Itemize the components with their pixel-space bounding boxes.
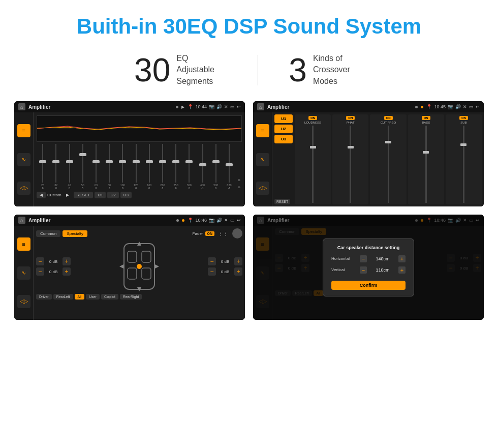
sub-name: SUB (460, 121, 466, 124)
screen3-vol-icon[interactable]: ◁▷ (17, 295, 30, 308)
cutfreq-slider-track[interactable] (388, 126, 389, 203)
loudness-channel: ON LOUDNESS (295, 114, 331, 204)
screens-grid: Amplifier ▶ 📍 10:44 📷🔊✕▭ ↩ ≡ ∿ ◁▷ (0, 101, 498, 334)
fader-plus-2[interactable]: + (63, 267, 71, 276)
u1-button[interactable]: U1 (95, 192, 106, 198)
screen2-title: Amplifier (267, 104, 412, 110)
horizontal-plus[interactable]: + (398, 255, 406, 262)
reset-btn-s2[interactable]: RESET (274, 199, 290, 204)
screen1-eq-main: 25 0 32 0 40 0 (34, 112, 245, 206)
eq-stat-block: 30 EQ Adjustable Segments (104, 53, 258, 87)
vertical-plus[interactable]: + (398, 266, 406, 274)
bass-toggle[interactable]: ON (422, 116, 430, 120)
bass-slider-track[interactable] (425, 126, 427, 203)
u3-button[interactable]: U3 (120, 192, 132, 198)
eq-col-14[interactable]: 500 0 (210, 144, 222, 190)
screen2: Amplifier 📍 10:45 📷🔊✕▭ ↩ ≡ ∿ ◁▷ U1 U2 U3 (253, 101, 484, 206)
fader-db-3: 0 dB (218, 259, 232, 264)
u1-preset[interactable]: U1 (274, 114, 293, 123)
eq-col-1[interactable]: 25 0 (37, 144, 49, 190)
fader-minus-3[interactable]: − (208, 257, 216, 265)
specialty-tab[interactable]: Specialty (63, 230, 87, 237)
driver-btn[interactable]: Driver (36, 294, 52, 300)
prev-button[interactable]: ◀ (37, 192, 46, 198)
eq-col-4[interactable]: 50 5 (77, 144, 89, 190)
screen3-eq-icon[interactable]: ≡ (17, 237, 30, 251)
rearleft-btn[interactable]: RearLeft (53, 294, 73, 300)
fader-minus-1[interactable]: − (36, 257, 44, 265)
cutfreq-toggle[interactable]: ON (384, 116, 393, 120)
fader-ctrl-row-2: − 0 dB + (36, 267, 71, 276)
eq-col-11[interactable]: 250 0 (170, 144, 182, 190)
crossover-number: 3 (289, 54, 307, 86)
user-btn[interactable]: User (86, 294, 100, 300)
screen3-dot2 (182, 219, 184, 222)
rearright-btn[interactable]: RearRight (120, 294, 142, 300)
phat-toggle[interactable]: ON (346, 116, 355, 120)
screen1-title: Amplifier (28, 104, 173, 110)
screen3-home-icon[interactable] (18, 217, 25, 224)
u2-preset[interactable]: U2 (274, 125, 293, 133)
fader-minus-2[interactable]: − (36, 267, 44, 276)
screen3-fader-main: Common Specialty Fader ON ⋮⋮ − 0 dB + (34, 226, 245, 320)
fader-plus-4[interactable]: + (234, 267, 242, 276)
screen2-vol-icon[interactable]: ◁▷ (256, 182, 269, 195)
stats-row: 30 EQ Adjustable Segments 3 Kinds of Cro… (0, 48, 498, 101)
home-icon[interactable] (18, 103, 25, 110)
eq-col-10[interactable]: 200 0 (157, 144, 169, 190)
sub-toggle[interactable]: ON (459, 116, 468, 120)
eq-col-15[interactable]: 630 -1 (223, 144, 235, 190)
confirm-button[interactable]: Confirm (331, 281, 406, 290)
fader-plus-3[interactable]: + (234, 257, 242, 265)
loudness-toggle[interactable]: ON (308, 116, 317, 120)
volume-icon[interactable]: ◁▷ (17, 182, 30, 195)
eq-col-6[interactable]: 80 0 (103, 144, 115, 190)
eq-col-5[interactable]: 63 0 (90, 144, 102, 190)
u2-button[interactable]: U2 (107, 192, 118, 198)
phat-slider-track[interactable] (350, 126, 351, 203)
eq-col-7[interactable]: 100 0 (116, 144, 129, 190)
vertical-value: 110cm (370, 267, 395, 273)
common-tab[interactable]: Common (36, 230, 60, 237)
screen2-dot2 (421, 106, 423, 108)
sub-slider-track[interactable] (463, 126, 464, 203)
u3-preset[interactable]: U3 (274, 135, 293, 143)
screen2-content: ≡ ∿ ◁▷ U1 U2 U3 RESET ON LOUDNESS (253, 112, 484, 206)
eq-col-12[interactable]: 320 0 (183, 144, 195, 190)
eq-icon[interactable]: ≡ (17, 124, 30, 137)
fader-plus-1[interactable]: + (63, 257, 71, 265)
status-icons: 📍 10:44 📷🔊✕▭ ↩ (188, 104, 241, 109)
fader-on-badge[interactable]: ON (205, 231, 215, 236)
screen3-wave-icon[interactable]: ∿ (17, 266, 30, 280)
bass-channel: ON BASS (408, 114, 444, 204)
screen2-eq-icon[interactable]: ≡ (256, 124, 269, 137)
eq-graph (37, 115, 242, 142)
loudness-slider-track[interactable] (312, 126, 314, 203)
eq-col-13[interactable]: 400 -1 (196, 144, 208, 190)
all-btn[interactable]: All (75, 294, 85, 300)
play-button[interactable]: ▶ (63, 192, 72, 198)
screen3-dot1 (176, 219, 179, 222)
eq-col-3[interactable]: 40 0 (63, 144, 75, 190)
reset-button[interactable]: RESET (74, 192, 94, 198)
wave-icon[interactable]: ∿ (17, 153, 30, 166)
horizontal-minus[interactable]: − (360, 255, 367, 262)
svg-rect-5 (142, 268, 151, 279)
fader-minus-4[interactable]: − (208, 267, 216, 276)
vertical-label: Vertical (331, 267, 357, 272)
eq-col-2[interactable]: 32 0 (50, 144, 62, 190)
car-diagram (74, 241, 205, 292)
vertical-row: Vertical − 110cm + (331, 266, 406, 274)
eq-col-8[interactable]: 125 0 (130, 144, 142, 190)
screen2-wave-icon[interactable]: ∿ (256, 153, 269, 166)
svg-marker-9 (119, 264, 123, 268)
screen2-home-icon[interactable] (257, 103, 264, 110)
eq-col-9[interactable]: 160 0 (143, 144, 155, 190)
status-dot1 (176, 106, 178, 108)
svg-rect-3 (142, 251, 151, 262)
person-icon[interactable] (232, 228, 242, 238)
copilot-btn[interactable]: Copilot (101, 294, 118, 300)
fader-right-controls: − 0 dB + − 0 dB + (208, 257, 242, 276)
fader-top: Common Specialty Fader ON ⋮⋮ (36, 228, 242, 238)
vertical-minus[interactable]: − (360, 266, 367, 274)
